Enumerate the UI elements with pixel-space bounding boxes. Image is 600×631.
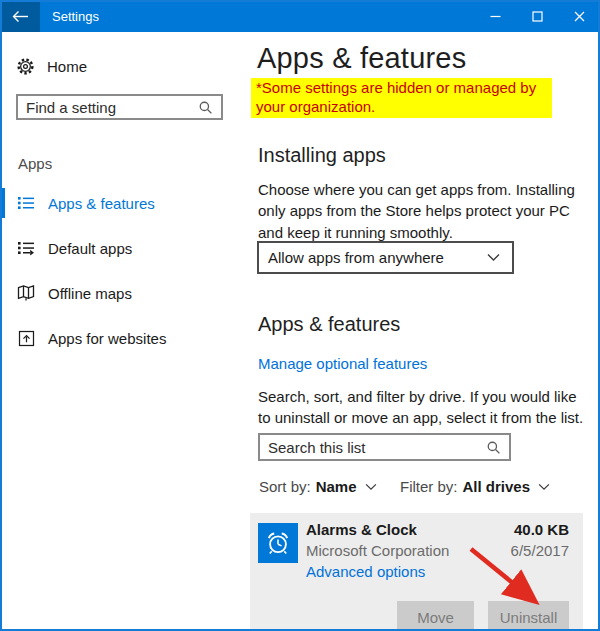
page-title: Apps & features (257, 42, 466, 75)
app-size: 40.0 KB (514, 521, 569, 538)
sidebar-item-home[interactable]: Home (16, 52, 87, 80)
uninstall-button[interactable]: Uninstall (488, 601, 569, 631)
chevron-down-icon (365, 483, 377, 491)
sidebar-item-offline-maps[interactable]: Offline maps (0, 277, 240, 309)
sidebar-item-label: Apps & features (48, 195, 155, 212)
app-name: Alarms & Clock (306, 521, 417, 538)
offline-maps-icon (16, 284, 36, 302)
app-publisher: Microsoft Corporation (306, 542, 449, 559)
alarms-clock-app-icon (258, 523, 298, 563)
sort-by-value: Name (316, 478, 357, 495)
window-title: Settings (52, 0, 99, 32)
app-install-date: 6/5/2017 (511, 542, 569, 559)
installing-apps-heading: Installing apps (258, 144, 386, 167)
sidebar-item-apps-features[interactable]: Apps & features (0, 187, 240, 219)
sort-by-label: Sort by: (259, 478, 311, 495)
managed-organization-notice: *Some settings are hidden or managed by … (251, 78, 552, 118)
title-bar: Settings (0, 0, 600, 32)
maximize-icon (532, 11, 543, 22)
manage-optional-features-link[interactable]: Manage optional features (258, 355, 427, 372)
sidebar-item-label: Default apps (48, 240, 132, 257)
minimize-icon (490, 11, 501, 22)
maximize-button[interactable] (516, 0, 558, 32)
apps-features-heading: Apps & features (258, 313, 400, 336)
sidebar-item-apps-for-websites[interactable]: Apps for websites (0, 322, 240, 354)
search-this-list-search[interactable] (258, 433, 511, 461)
search-icon (486, 440, 501, 455)
sidebar-item-label: Offline maps (48, 285, 132, 302)
close-icon (574, 11, 585, 22)
sidebar-section-apps: Apps (18, 155, 52, 172)
apps-features-icon (16, 194, 36, 212)
gear-icon (16, 57, 35, 76)
app-list-item-alarms-clock[interactable]: Alarms & Clock Microsoft Corporation Adv… (250, 513, 583, 631)
advanced-options-link[interactable]: Advanced options (306, 563, 425, 580)
find-a-setting-input[interactable] (18, 99, 198, 116)
move-button[interactable]: Move (397, 601, 474, 631)
back-arrow-icon (12, 10, 29, 23)
home-label: Home (47, 58, 87, 75)
window-controls (474, 0, 600, 32)
apps-for-websites-icon (16, 330, 36, 347)
back-button[interactable] (0, 0, 40, 32)
dropdown-selected-value: Allow apps from anywhere (268, 249, 487, 266)
selection-indicator (0, 188, 5, 218)
sort-by-dropdown[interactable]: Sort by: Name (259, 478, 377, 495)
search-this-list-input[interactable] (260, 439, 486, 456)
filter-by-dropdown[interactable]: Filter by: All drives (400, 478, 550, 495)
sidebar-item-label: Apps for websites (48, 330, 166, 347)
sidebar-item-default-apps[interactable]: Default apps (0, 232, 240, 264)
installing-apps-description: Choose where you can get apps from. Inst… (258, 179, 583, 243)
default-apps-icon (16, 239, 36, 257)
filter-by-label: Filter by: (400, 478, 458, 495)
filter-by-value: All drives (463, 478, 531, 495)
app-sources-dropdown[interactable]: Allow apps from anywhere (257, 241, 514, 274)
minimize-button[interactable] (474, 0, 516, 32)
chevron-down-icon (487, 253, 500, 262)
find-a-setting-search[interactable] (16, 94, 223, 120)
chevron-down-icon (538, 483, 550, 491)
search-icon (198, 100, 213, 115)
apps-features-description: Search, sort, and filter by drive. If yo… (258, 386, 586, 429)
settings-window: Settings Home Apps (0, 0, 600, 631)
close-button[interactable] (558, 0, 600, 32)
